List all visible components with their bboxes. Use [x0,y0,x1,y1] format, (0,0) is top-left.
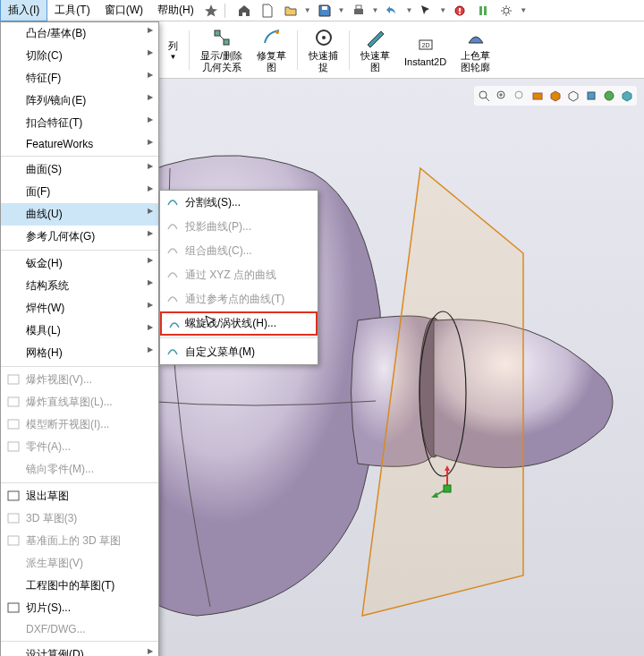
section-icon[interactable] [530,88,546,104]
new-icon[interactable] [260,4,275,18]
undo-icon[interactable] [385,4,399,18]
menu-item[interactable]: 面(F) [1,181,158,203]
settings-icon[interactable] [499,4,513,18]
menu-item[interactable]: 模具(L) [1,319,158,342]
menu-item: 爆炸直线草图(L)... [1,391,158,413]
separator [160,337,318,338]
menu-label: 切片(S)... [26,601,71,614]
tb-shade-sketch[interactable]: 上色草 图轮廓 [453,23,497,75]
tb-quick-snap[interactable]: 快速捕 捉 [301,23,345,75]
menu-item[interactable]: 钣金(H) [1,252,158,275]
menu-item[interactable]: 曲面(S) [1,158,158,181]
menu-item[interactable]: 参考几何体(G) [1,226,158,248]
submenu-item: 组合曲线(C)... [160,239,318,263]
menu-item[interactable]: 焊件(W) [1,297,158,319]
separator [1,156,158,157]
submenu-item: 投影曲线(P)... [160,215,318,239]
submenu-icon [165,243,180,257]
menu-item: 镜向零件(M)... [1,458,158,481]
tb-label: 修复草 图 [257,50,286,72]
dropdown-arrow-icon[interactable]: ▼ [520,6,527,14]
submenu-label: 螺旋线/涡状线(H)... [185,317,276,329]
menu-item: 3D 草图(3) [1,507,158,530]
tb-label: 显示/删除 几何关系 [200,50,242,72]
menu-tools[interactable]: 工具(T) [47,0,97,21]
menu-label: 退出草图 [26,490,69,502]
dropdown-arrow-icon[interactable]: ▼ [304,6,311,14]
rebuild2-icon[interactable] [476,4,490,18]
orientation-triad[interactable] [429,464,465,499]
dropdown-arrow-icon[interactable]: ▼ [405,6,412,14]
tb-instant2d[interactable]: 2D Instant2D [397,30,453,71]
menu-help[interactable]: 帮助(H) [150,0,201,21]
menu-item[interactable]: 切片(S)... [1,597,158,619]
menu-item[interactable]: 退出草图 [1,485,158,507]
menu-insert[interactable]: 插入(I) [0,0,47,21]
menu-item[interactable]: FeatureWorks [1,134,158,154]
dropdown-arrow-icon[interactable]: ▼ [338,6,345,14]
menu-icon [6,489,21,503]
menu-item[interactable]: 工程图中的草图(T) [1,575,158,597]
menu-item: DXF/DWG... [1,619,158,639]
tb-label: 快速草 图 [360,50,390,72]
submenu-icon [165,291,180,305]
svg-line-11 [220,36,224,39]
tb-show-relations[interactable]: 显示/删除 几何关系 [193,23,250,75]
select-icon[interactable] [419,4,433,18]
menu-item[interactable]: 扣合特征(T) [1,112,158,134]
menu-item[interactable]: 结构系统 [1,275,158,297]
separator [1,250,158,251]
dropdown-arrow-icon[interactable]: ▼ [372,6,379,14]
menu-label: 爆炸直线草图(L)... [26,396,113,408]
menu-label: 凸台/基体(B) [26,27,86,39]
submenu-item[interactable]: 分割线(S)... [160,191,318,215]
open-icon[interactable] [284,4,298,18]
menu-item[interactable]: 网格(H) [1,342,158,364]
pin-icon[interactable] [204,4,218,18]
submenu-icon [167,317,182,331]
appearance-icon[interactable] [601,88,617,104]
svg-point-14 [322,36,326,39]
menu-item[interactable]: 设计算例(D) [1,643,158,656]
menu-item[interactable]: 凸台/基体(B) [1,22,158,45]
submenu-label: 通过 XYZ 点的曲线 [185,268,276,281]
print-icon[interactable] [352,4,366,18]
zoom-fit-icon[interactable] [476,88,492,104]
home-icon[interactable] [237,4,251,18]
svg-rect-6 [479,6,482,15]
menu-label: 爆炸视图(V)... [26,373,92,386]
menu-item[interactable]: 特征(F) [1,67,158,89]
menu-item: 零件(A)... [1,436,158,458]
tb-label: 列 [168,39,178,53]
menu-label: 模具(L) [26,324,61,337]
menubar: 插入(I) 工具(T) 窗口(W) 帮助(H) ▼ ▼ ▼ ▼ ▼ ▼ [0,0,644,21]
submenu-item-helix[interactable]: 螺旋线/涡状线(H)... [160,311,318,336]
menu-label: 切除(C) [26,49,63,62]
menu-label: 参考几何体(G) [26,230,95,243]
menu-item[interactable]: 曲线(U) [1,203,158,226]
submenu-label: 自定义菜单(M) [185,345,255,358]
svg-rect-10 [224,39,229,45]
submenu-item[interactable]: 自定义菜单(M) [160,340,318,364]
tb-quick-sketch[interactable]: 快速草 图 [353,23,397,75]
tb-array[interactable]: 列 ▼ [161,36,185,64]
menu-label: 曲线(U) [26,208,63,220]
menu-item[interactable]: 阵列/镜向(E) [1,89,158,112]
zoom-area-icon[interactable] [494,88,510,104]
submenu-item: 通过 XYZ 点的曲线 [160,263,318,287]
view-orient-icon[interactable] [547,88,564,104]
hide-show-icon[interactable] [583,88,599,104]
dropdown-arrow-icon[interactable]: ▼ [439,6,446,14]
menu-item[interactable]: 切除(C) [1,45,158,67]
scene-icon[interactable] [619,88,635,104]
display-style-icon[interactable] [565,88,581,104]
menu-window[interactable]: 窗口(W) [97,0,150,21]
rebuild-icon[interactable] [453,4,467,18]
prev-view-icon[interactable] [512,88,528,104]
save-icon[interactable] [318,4,332,18]
svg-line-25 [486,98,489,101]
tb-label: 上色草 图轮廓 [461,50,490,72]
separator [1,366,158,367]
menu-label: 派生草图(V) [26,557,83,569]
tb-repair-sketch[interactable]: 修复草 图 [250,23,293,75]
